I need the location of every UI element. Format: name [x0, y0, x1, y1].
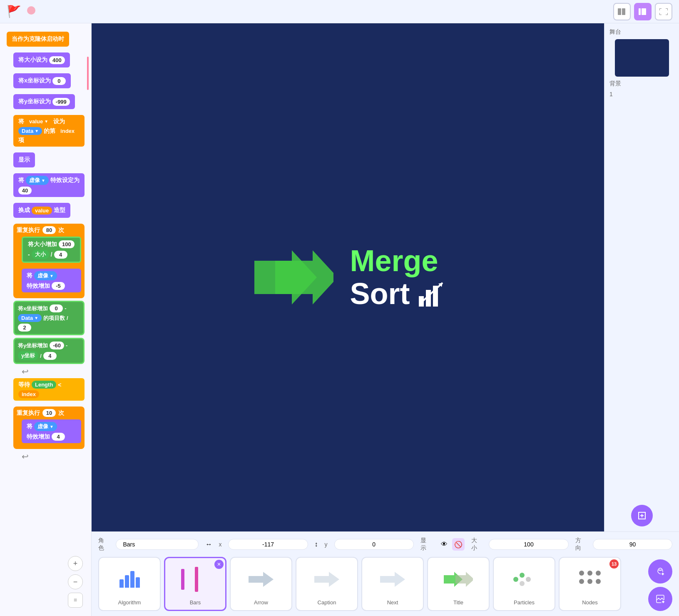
svg-rect-2 — [622, 8, 625, 15]
arrow-svg — [249, 571, 274, 588]
stop-button[interactable] — [26, 5, 36, 18]
block-show[interactable]: 显示 — [13, 152, 35, 167]
y-label: y — [325, 541, 328, 548]
y-input[interactable] — [334, 539, 414, 550]
block-set-x[interactable]: 将x坐标设为 0 — [13, 73, 71, 88]
layout-fullscreen-button[interactable] — [655, 3, 672, 20]
sprite-card-arrow[interactable]: Arrow — [230, 557, 292, 611]
sprite-name-input[interactable] — [116, 539, 199, 550]
top-bar: 🚩 — [0, 0, 679, 23]
block-set-ghost[interactable]: 将 虚像 ▼ 特效设定为 40 — [13, 173, 85, 197]
sprite-bars-label: Bars — [190, 599, 201, 606]
main-content: 当作为克隆体启动时 将大小设为 400 将x坐标设为 0 将y坐标设为 -999 — [0, 23, 679, 616]
svg-rect-1 — [618, 8, 621, 15]
zoom-out-button[interactable]: − — [68, 574, 83, 589]
arrow-sprite-image — [244, 563, 278, 596]
sprite-nodes-label: Nodes — [582, 599, 598, 606]
size-input[interactable] — [489, 539, 568, 550]
nodes-svg — [577, 569, 602, 590]
particles-svg — [512, 569, 537, 590]
add-backdrop-button2[interactable] — [648, 587, 672, 611]
sprite-card-nodes[interactable]: 13 Nodes — [559, 557, 621, 611]
mini-bg-num: 1 — [609, 91, 613, 97]
bars-sprite-image — [179, 563, 212, 596]
svg-rect-3 — [639, 8, 641, 15]
svg-marker-15 — [380, 572, 405, 587]
canvas: Merge Sort — [92, 23, 604, 531]
hide-button[interactable]: 🚫 — [452, 538, 465, 551]
algorithm-sprite-image — [113, 563, 146, 596]
size-label: 大小 — [471, 537, 482, 552]
x-label: x — [219, 541, 221, 548]
add-buttons-area — [648, 557, 672, 611]
svg-point-0 — [27, 6, 35, 15]
zoom-fit-button[interactable]: = — [68, 593, 83, 608]
next-svg — [380, 571, 405, 588]
svg-marker-13 — [249, 572, 274, 587]
block-change-ghost[interactable]: 将 虚像 ▼ 特效增加 -5 — [22, 269, 81, 292]
logo-arrows — [250, 248, 333, 307]
show-button[interactable]: 👁 — [438, 538, 450, 551]
block-change-size[interactable]: 将大小增加 100 - 大小 / 4 — [22, 237, 81, 263]
sprite-card-bars[interactable]: ✕ Bars — [164, 557, 226, 611]
block-set-size[interactable]: 将大小设为 400 — [13, 52, 70, 67]
top-bar-right — [613, 3, 672, 20]
add-backdrop-button[interactable] — [631, 505, 653, 526]
block-set-value[interactable]: 将 value ▼ 设为 Data ▼ 的第 index 项 — [13, 115, 85, 147]
zoom-controls: + − = — [68, 556, 83, 608]
sprite-card-caption[interactable]: Caption — [296, 557, 358, 611]
sprite-card-algorithm[interactable]: Algorithm — [98, 557, 161, 611]
svg-rect-4 — [642, 8, 646, 15]
svg-point-25 — [579, 579, 584, 584]
mini-stage: 舞台 背景 1 — [604, 23, 679, 531]
code-panel: 当作为克隆体启动时 将大小设为 400 将x坐标设为 0 将y坐标设为 -999 — [0, 23, 92, 616]
title-svg — [444, 571, 473, 588]
mini-bg-label: 背景 — [609, 80, 621, 87]
caption-sprite-image — [310, 563, 343, 596]
layout-split-button[interactable] — [613, 3, 631, 20]
svg-point-21 — [520, 581, 525, 586]
block-set-y[interactable]: 将y坐标设为 -999 — [13, 94, 75, 109]
svg-marker-6 — [275, 250, 333, 304]
x-input[interactable] — [228, 539, 308, 550]
svg-line-10 — [420, 283, 443, 304]
visibility-buttons: 👁 🚫 — [438, 538, 465, 551]
flag-button[interactable]: 🚩 — [7, 5, 21, 18]
svg-rect-12 — [195, 567, 198, 592]
delete-badge-bars[interactable]: ✕ — [214, 560, 224, 569]
layout-stage-left-button[interactable] — [634, 3, 652, 20]
caption-svg — [314, 571, 339, 588]
block-change-ghost2[interactable]: 将 虚像 ▼ 特效增加 4 — [22, 419, 81, 443]
svg-point-18 — [513, 577, 518, 582]
block-switch-costume[interactable]: 换成 value 造型 — [13, 203, 70, 218]
sprite-card-next[interactable]: Next — [361, 557, 424, 611]
svg-point-19 — [520, 573, 525, 578]
sprite-card-particles[interactable]: Particles — [493, 557, 555, 611]
add-sprite-button[interactable] — [648, 559, 672, 584]
block-clone-start[interactable]: 当作为克隆体启动时 — [7, 32, 69, 47]
sprite-label: 角色 — [98, 537, 109, 552]
svg-marker-14 — [314, 572, 339, 587]
block-wait-cond[interactable]: 等待 Length < index — [13, 378, 85, 401]
connector-arrow: ↩ — [22, 367, 85, 377]
svg-point-27 — [596, 579, 601, 584]
mini-stage-preview[interactable] — [615, 39, 669, 77]
top-bar-left: 🚩 — [7, 5, 36, 18]
dir-input[interactable] — [593, 539, 672, 550]
zoom-in-button[interactable]: + — [68, 556, 83, 571]
sprite-title-label: Title — [453, 599, 463, 606]
next-sprite-image — [376, 563, 409, 596]
sprite-card-title[interactable]: Title — [427, 557, 490, 611]
right-panel: Merge Sort — [92, 23, 679, 616]
connector-arrow2: ↩ — [22, 451, 85, 461]
svg-point-23 — [587, 571, 592, 576]
svg-point-26 — [587, 579, 592, 584]
nodes-sprite-image — [573, 563, 607, 596]
svg-point-24 — [596, 571, 601, 576]
sprite-props: 角色 ↔ x ↕ y 显示 👁 🚫 大小 — [98, 537, 672, 552]
title-sprite-image — [442, 563, 475, 596]
particles-sprite-image — [507, 563, 541, 596]
merge-sort-logo: Merge Sort — [250, 244, 446, 310]
bars-shape — [181, 569, 184, 590]
svg-point-20 — [526, 577, 531, 582]
